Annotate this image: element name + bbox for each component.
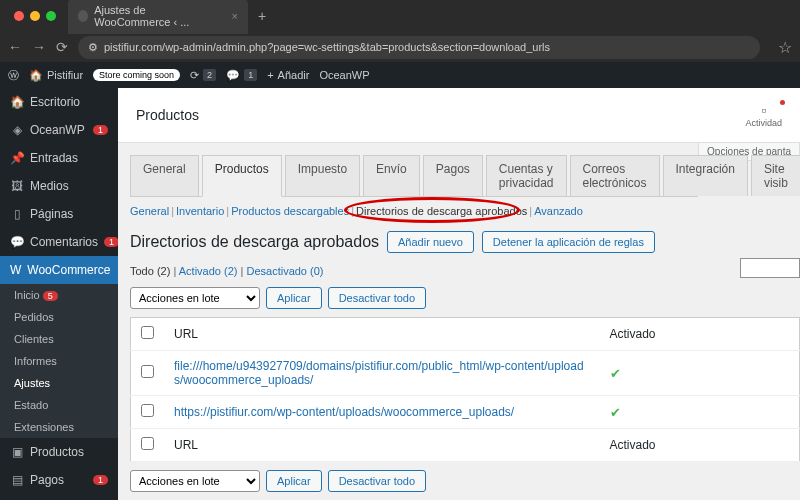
submenu-item-ajustes[interactable]: Ajustes — [0, 372, 118, 394]
menu-icon: 💬 — [10, 235, 24, 249]
page-title: Productos — [136, 107, 199, 123]
window-controls[interactable] — [14, 11, 56, 21]
sidebar-item-productos[interactable]: ▣Productos — [0, 438, 118, 466]
disable-all-button-bottom[interactable]: Desactivar todo — [328, 470, 426, 492]
url-input[interactable]: ⚙ pistifiur.com/wp-admin/admin.php?page=… — [78, 36, 760, 59]
subtab-general[interactable]: General — [130, 205, 169, 217]
subtab-directorios-de-descarga-aprobados[interactable]: Directorios de descarga aprobados — [356, 205, 527, 217]
subtab-avanzado[interactable]: Avanzado — [534, 205, 583, 217]
col-header-url[interactable]: URL — [164, 318, 600, 351]
close-tab-icon[interactable]: × — [232, 10, 238, 22]
sidebar-item-oceanwp[interactable]: ◈OceanWP1 — [0, 116, 118, 144]
submenu-item-extensiones[interactable]: Extensiones — [0, 416, 118, 438]
tab-correos-electrónicos[interactable]: Correos electrónicos — [570, 155, 660, 196]
url-link[interactable]: https://pistifiur.com/wp-content/uploads… — [174, 405, 514, 419]
sidebar-item-análisis[interactable]: 📊Análisis — [0, 494, 118, 500]
apply-button[interactable]: Aplicar — [266, 287, 322, 309]
comments-link[interactable]: 💬 1 — [226, 69, 257, 82]
close-window-icon[interactable] — [14, 11, 24, 21]
disable-all-button[interactable]: Desactivar todo — [328, 287, 426, 309]
view-disabled[interactable]: Desactivado (0) — [246, 265, 323, 277]
theme-link[interactable]: OceanWP — [319, 69, 369, 81]
search-box — [740, 258, 800, 278]
subtab-productos-descargables[interactable]: Productos descargables — [231, 205, 349, 217]
stop-enforcement-button[interactable]: Detener la aplicación de reglas — [482, 231, 655, 253]
tab-impuesto[interactable]: Impuesto — [285, 155, 360, 196]
admin-sidebar: 🏠Escritorio◈OceanWP1📌Entradas🖼Medios▯Pág… — [0, 88, 118, 500]
sidebar-item-label: Pagos — [30, 473, 64, 487]
add-new-button[interactable]: Añadir nuevo — [387, 231, 474, 253]
site-info-icon[interactable]: ⚙ — [88, 41, 98, 54]
url-text: pistifiur.com/wp-admin/admin.php?page=wc… — [104, 41, 550, 53]
menu-icon: ▯ — [10, 207, 24, 221]
section-heading: Directorios de descarga aprobados — [130, 233, 379, 251]
sidebar-item-label: OceanWP — [30, 123, 85, 137]
select-all-checkbox[interactable] — [141, 326, 154, 339]
sidebar-item-páginas[interactable]: ▯Páginas — [0, 200, 118, 228]
bookmark-icon[interactable]: ☆ — [778, 38, 792, 57]
sidebar-item-entradas[interactable]: 📌Entradas — [0, 144, 118, 172]
reload-icon[interactable]: ⟳ — [56, 39, 68, 55]
tab-pagos[interactable]: Pagos — [423, 155, 483, 196]
subtab-inventario[interactable]: Inventario — [176, 205, 224, 217]
sidebar-item-comentarios[interactable]: 💬Comentarios1 — [0, 228, 118, 256]
submenu-item-inicio[interactable]: Inicio 5 — [0, 284, 118, 306]
select-all-checkbox-bottom[interactable] — [141, 437, 154, 450]
sidebar-item-medios[interactable]: 🖼Medios — [0, 172, 118, 200]
browser-chrome: Ajustes de WooCommerce ‹ ... × + ← → ⟳ ⚙… — [0, 0, 800, 62]
tab-site-visib[interactable]: Site visib — [751, 155, 800, 196]
add-new-link[interactable]: + Añadir — [267, 69, 309, 81]
sidebar-item-pagos[interactable]: ▤Pagos1 — [0, 466, 118, 494]
bulk-action-select[interactable]: Acciones en lote — [130, 287, 260, 309]
row-checkbox[interactable] — [141, 365, 154, 378]
sidebar-item-label: Comentarios — [30, 235, 98, 249]
back-icon[interactable]: ← — [8, 39, 22, 55]
check-icon: ✔ — [610, 366, 621, 381]
menu-icon: 🏠 — [10, 95, 24, 109]
settings-tabs: GeneralProductosImpuestoEnvíoPagosCuenta… — [130, 155, 698, 197]
new-tab-button[interactable]: + — [258, 8, 266, 24]
forward-icon[interactable]: → — [32, 39, 46, 55]
menu-icon: ▣ — [10, 445, 24, 459]
filter-views: Todo (2) | Activado (2) | Desactivado (0… — [130, 265, 800, 277]
highlight-circle — [344, 197, 520, 223]
submenu-item-pedidos[interactable]: Pedidos — [0, 306, 118, 328]
tab-cuentas-y-privacidad[interactable]: Cuentas y privacidad — [486, 155, 567, 196]
view-enabled[interactable]: Activado (2) — [179, 265, 238, 277]
tab-general[interactable]: General — [130, 155, 199, 196]
wp-logo-icon[interactable]: ⓦ — [8, 68, 19, 83]
store-status-badge[interactable]: Store coming soon — [93, 69, 180, 81]
sidebar-item-label: Productos — [30, 445, 84, 459]
col-header-active[interactable]: Activado — [600, 318, 800, 351]
menu-icon: 📌 — [10, 151, 24, 165]
browser-tab[interactable]: Ajustes de WooCommerce ‹ ... × — [68, 0, 248, 34]
apply-button-bottom[interactable]: Aplicar — [266, 470, 322, 492]
submenu-item-informes[interactable]: Informes — [0, 350, 118, 372]
updates-link[interactable]: ⟳ 2 — [190, 69, 216, 82]
maximize-window-icon[interactable] — [46, 11, 56, 21]
url-link[interactable]: file:///home/u943927709/domains/pistifiu… — [174, 359, 584, 387]
sidebar-item-escritorio[interactable]: 🏠Escritorio — [0, 88, 118, 116]
tab-envío[interactable]: Envío — [363, 155, 420, 196]
menu-icon: ▤ — [10, 473, 24, 487]
sidebar-item-label: Entradas — [30, 151, 78, 165]
view-all[interactable]: Todo (2) — [130, 265, 170, 277]
site-link[interactable]: 🏠 Pistifiur — [29, 69, 83, 82]
submenu-item-estado[interactable]: Estado — [0, 394, 118, 416]
content-area: Productos ▫ Actividad Opciones de panta … — [118, 88, 800, 500]
sidebar-item-woocommerce[interactable]: W WooCommerce — [0, 256, 118, 284]
tab-integración[interactable]: Integración — [663, 155, 748, 196]
menu-icon: 🖼 — [10, 179, 24, 193]
search-input[interactable] — [740, 258, 800, 278]
settings-subtabs: General|Inventario|Productos descargable… — [130, 205, 800, 217]
submenu-item-clientes[interactable]: Clientes — [0, 328, 118, 350]
row-checkbox[interactable] — [141, 404, 154, 417]
inbox-icon: ▫ — [745, 102, 782, 118]
minimize-window-icon[interactable] — [30, 11, 40, 21]
sidebar-item-label: Escritorio — [30, 95, 80, 109]
col-footer-url: URL — [164, 429, 600, 462]
activity-button[interactable]: ▫ Actividad — [745, 102, 782, 128]
tab-productos[interactable]: Productos — [202, 155, 282, 197]
bulk-action-select-bottom[interactable]: Acciones en lote — [130, 470, 260, 492]
table-row: file:///home/u943927709/domains/pistifiu… — [131, 351, 800, 396]
